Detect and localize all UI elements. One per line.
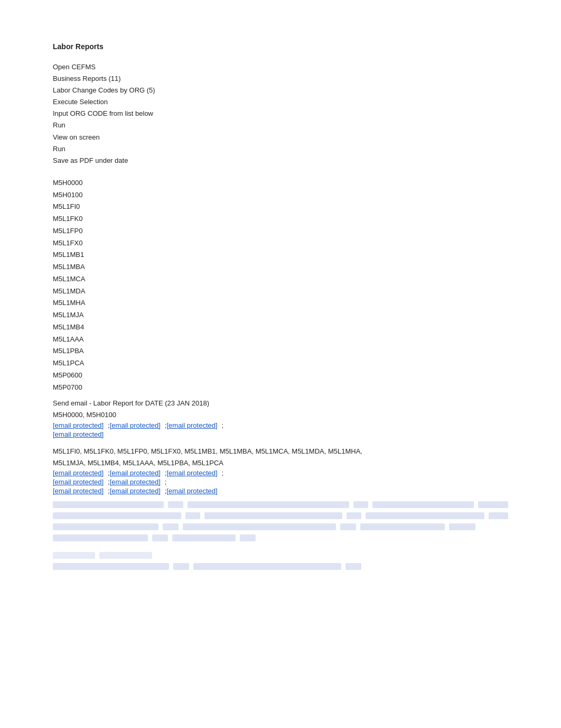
- email-2-5[interactable]: [email protected]: [110, 478, 161, 486]
- blurred-content-section: [53, 500, 508, 542]
- menu-item-execute-selection[interactable]: Execute Selection: [53, 96, 508, 108]
- email-row-2-2: [email protected] ; [email protected] ;: [53, 478, 508, 486]
- blurred-row-3: [53, 522, 508, 531]
- email-1-4[interactable]: [email protected]: [53, 430, 104, 438]
- menu-list: Open CEFMS Business Reports (11) Labor C…: [53, 61, 508, 167]
- menu-item-save-as-pdf[interactable]: Save as PDF under date: [53, 155, 508, 167]
- email-section-1: Send email - Labor Report for DATE (23 J…: [53, 398, 508, 438]
- blurred-block: [53, 512, 181, 519]
- blurred-block: [193, 563, 341, 570]
- blurred-row-4: [53, 533, 508, 542]
- org-code-item[interactable]: M5L1MDA: [53, 285, 508, 298]
- blurred-block: [173, 563, 189, 570]
- blurred-block: [372, 501, 473, 508]
- email-2-8[interactable]: [email protected]: [166, 487, 217, 495]
- org-code-item[interactable]: M5L1FX0: [53, 237, 508, 250]
- menu-item-input-org-code: Input ORG CODE from list below: [53, 108, 508, 119]
- org-code-item[interactable]: M5L1MB4: [53, 321, 508, 334]
- email-2-1[interactable]: [email protected]: [53, 469, 104, 477]
- blurred-block: [240, 535, 256, 541]
- email-2-7[interactable]: [email protected]: [110, 487, 161, 495]
- org-code-list: M5H0000M5H0100M5L1FI0M5L1FK0M5L1FP0M5L1F…: [53, 177, 508, 394]
- page-title: Labor Reports: [53, 42, 508, 51]
- email-section-2-orgs2: M5L1MJA, M5L1MB4, M5L1AAA, M5L1PBA, M5L1…: [53, 457, 508, 469]
- org-code-item[interactable]: M5L1MB1: [53, 249, 508, 261]
- email-row-2-3: [email protected] ; [email protected] ; …: [53, 487, 508, 495]
- org-code-item[interactable]: M5H0100: [53, 189, 508, 201]
- blurred-block: [53, 552, 95, 559]
- blurred-footer-labels: [53, 551, 508, 560]
- menu-item-run-1[interactable]: Run: [53, 119, 508, 131]
- org-code-item[interactable]: M5L1FP0: [53, 225, 508, 237]
- org-code-item[interactable]: M5L1AAA: [53, 334, 508, 346]
- org-code-item[interactable]: M5L1MBA: [53, 261, 508, 273]
- email-1-3[interactable]: [email protected]: [166, 421, 217, 429]
- blurred-block: [152, 535, 168, 541]
- email-row-1-1: [email protected] ; [email protected] ; …: [53, 421, 508, 429]
- org-code-item[interactable]: M5L1MJA: [53, 309, 508, 321]
- blurred-block: [489, 512, 508, 519]
- org-code-item[interactable]: M5P0600: [53, 370, 508, 382]
- email-2-3[interactable]: [email protected]: [166, 469, 217, 477]
- org-code-item[interactable]: M5L1PCA: [53, 357, 508, 370]
- blurred-row-2: [53, 511, 508, 520]
- email-1-2[interactable]: [email protected]: [110, 421, 161, 429]
- email-2-4[interactable]: [email protected]: [53, 478, 104, 486]
- blurred-block: [99, 552, 152, 559]
- org-code-item[interactable]: M5L1MHA: [53, 297, 508, 309]
- org-code-item[interactable]: M5H0000: [53, 177, 508, 189]
- blurred-block: [163, 523, 179, 530]
- blurred-block: [168, 501, 183, 508]
- blurred-block: [353, 501, 369, 508]
- blurred-block: [53, 501, 164, 508]
- org-code-item[interactable]: M5L1PBA: [53, 345, 508, 357]
- blurred-block: [53, 523, 158, 530]
- blurred-block: [53, 563, 169, 570]
- org-code-item[interactable]: M5L1MCA: [53, 273, 508, 285]
- email-2-6[interactable]: [email protected]: [53, 487, 104, 495]
- blurred-footer-section: [53, 551, 508, 571]
- blurred-block: [366, 512, 484, 519]
- blurred-footer-row: [53, 562, 508, 571]
- blurred-block: [172, 535, 236, 541]
- blurred-block: [340, 523, 356, 530]
- email-row-1-2: [email protected]: [53, 430, 508, 438]
- email-section-2-orgs: M5L1FI0, M5L1FK0, M5L1FP0, M5L1FX0, M5L1…: [53, 446, 508, 457]
- email-2-2[interactable]: [email protected]: [110, 469, 161, 477]
- menu-item-open-cefms[interactable]: Open CEFMS: [53, 61, 508, 73]
- email-1-1[interactable]: [email protected]: [53, 421, 104, 429]
- blurred-block: [360, 523, 445, 530]
- org-code-item[interactable]: M5L1FK0: [53, 213, 508, 225]
- email-section-2: M5L1FI0, M5L1FK0, M5L1FP0, M5L1FX0, M5L1…: [53, 446, 508, 495]
- blurred-block: [204, 512, 343, 519]
- blurred-block: [345, 563, 361, 570]
- email-row-2-1: [email protected] ; [email protected] ; …: [53, 469, 508, 477]
- blurred-block: [185, 512, 200, 519]
- org-code-item[interactable]: M5L1FI0: [53, 201, 508, 213]
- menu-item-business-reports[interactable]: Business Reports (11): [53, 73, 508, 85]
- blurred-block: [449, 523, 475, 530]
- blurred-block: [347, 512, 361, 519]
- blurred-row-1: [53, 500, 508, 509]
- org-code-item[interactable]: M5P0700: [53, 382, 508, 394]
- menu-item-run-2[interactable]: Run: [53, 143, 508, 155]
- menu-item-view-on-screen[interactable]: View on screen: [53, 132, 508, 143]
- email-section-1-label: Send email - Labor Report for DATE (23 J…: [53, 398, 508, 409]
- sep-1-3: ;: [222, 421, 224, 429]
- blurred-block: [188, 501, 349, 508]
- email-section-1-orgs: M5H0000, M5H0100: [53, 409, 508, 421]
- menu-item-labor-change-codes[interactable]: Labor Change Codes by ORG (5): [53, 85, 508, 96]
- blurred-block: [183, 523, 336, 530]
- blurred-block: [53, 535, 148, 541]
- blurred-block: [478, 501, 508, 508]
